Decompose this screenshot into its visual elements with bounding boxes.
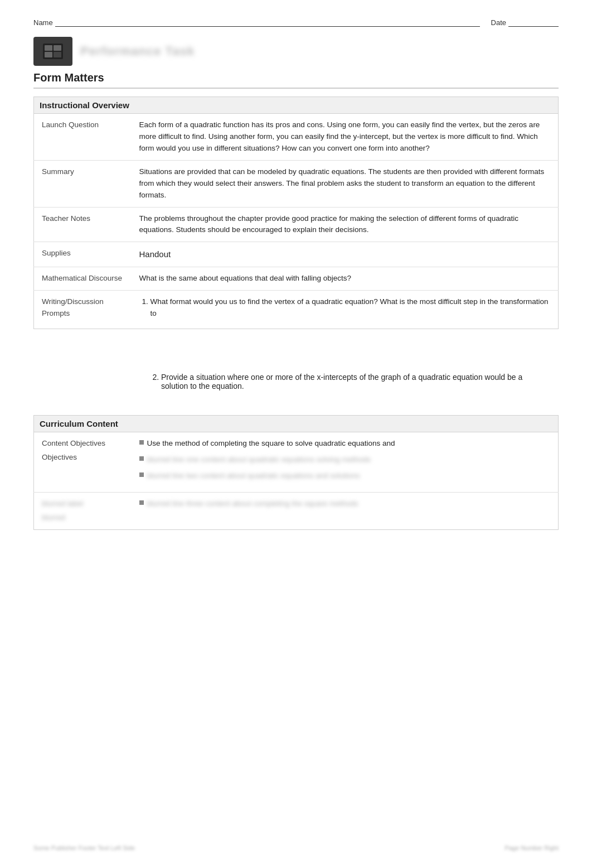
list-item: blurred line two content about quadratic…: [139, 470, 551, 482]
name-date-row: Name Date: [33, 17, 559, 27]
blurred-label-1: blurred label: [42, 498, 124, 510]
summary-content: Situations are provided that can be mode…: [132, 160, 559, 207]
mathematical-discourse-label: Mathematical Discourse: [34, 267, 132, 291]
page-title: Form Matters: [33, 71, 559, 89]
page: Name Date Performance Task Form Matters …: [0, 0, 592, 868]
footer-left: Some Publisher Footer Text Left Side: [33, 845, 135, 851]
instructional-overview-header: Instructional Overview: [33, 97, 559, 113]
instructional-overview-table: Launch Question Each form of a quadratic…: [33, 113, 559, 329]
table-row: Summary Situations are provided that can…: [34, 160, 559, 207]
blurred-label-2: blurred: [42, 512, 124, 524]
table-row: blurred label blurred blurred line three…: [34, 492, 559, 529]
supplies-label: Supplies: [34, 242, 132, 267]
launch-question-content: Each form of a quadratic function has it…: [132, 114, 559, 161]
svg-rect-3: [54, 52, 61, 57]
curriculum-content-header: Curriculum Content: [33, 415, 559, 432]
writing-prompts-content: What format would you us to find the ver…: [132, 291, 559, 329]
supplies-content: Handout: [132, 242, 559, 267]
teacher-notes-label: Teacher Notes: [34, 207, 132, 242]
writing-prompts-list: What format would you us to find the ver…: [139, 296, 551, 320]
objectives-list: Use the method of completing the square …: [139, 438, 551, 482]
mathematical-discourse-content: What is the same about equations that de…: [132, 267, 559, 291]
date-label: Date: [491, 18, 506, 27]
svg-rect-2: [45, 52, 52, 57]
launch-question-label: Launch Question: [34, 114, 132, 161]
logo-icon: [43, 44, 63, 59]
title-blurred: Performance Task: [80, 44, 195, 59]
table-row: Teacher Notes The problems throughout th…: [34, 207, 559, 242]
writing-prompt-2-continued: Provide a situation where one or more of…: [131, 339, 559, 405]
footer-right: Page Number Right: [504, 845, 559, 851]
list-item: blurred line one content about quadratic…: [139, 454, 551, 466]
teacher-notes-content: The problems throughout the chapter prov…: [132, 207, 559, 242]
svg-rect-1: [54, 45, 61, 51]
content-objectives-label: Content Objectives Objectives: [34, 432, 132, 493]
curriculum-content-section: Curriculum Content Content Objectives Ob…: [33, 415, 559, 530]
curriculum-content-table: Content Objectives Objectives Use the me…: [33, 432, 559, 530]
blurred-objective-1: blurred line one content about quadratic…: [147, 454, 371, 466]
blurred-objectives-list: blurred line three content about complet…: [139, 498, 551, 510]
table-row: Supplies Handout: [34, 242, 559, 267]
summary-label: Summary: [34, 160, 132, 207]
writing-prompts-label: Writing/Discussion Prompts: [34, 291, 132, 329]
footer: Some Publisher Footer Text Left Side Pag…: [33, 845, 559, 851]
list-item: Use the method of completing the square …: [139, 438, 551, 450]
blurred-objective-3: blurred line three content about complet…: [147, 498, 358, 510]
svg-rect-0: [45, 45, 52, 51]
table-row: Mathematical Discourse What is the same …: [34, 267, 559, 291]
name-line: [55, 17, 480, 27]
bullet-icon: [139, 500, 144, 505]
content-objectives-content: Use the method of completing the square …: [132, 432, 559, 493]
header-area: Performance Task: [33, 37, 559, 66]
logo-block: [33, 37, 72, 66]
list-item: What format would you us to find the ver…: [151, 296, 551, 320]
date-line: [508, 17, 559, 27]
list-item: Provide a situation where one or more of…: [161, 373, 551, 390]
table-row: Launch Question Each form of a quadratic…: [34, 114, 559, 161]
name-label: Name: [33, 18, 53, 27]
bullet-icon: [139, 440, 144, 445]
bullet-icon: [139, 472, 144, 477]
writing-prompts-list-continued: Provide a situation where one or more of…: [150, 373, 551, 390]
blurred-label-col: blurred label blurred: [34, 492, 132, 529]
instructional-overview-section: Instructional Overview Launch Question E…: [33, 97, 559, 329]
blurred-content-col: blurred line three content about complet…: [132, 492, 559, 529]
list-item: blurred line three content about complet…: [139, 498, 551, 510]
bullet-icon: [139, 456, 144, 461]
table-row: Writing/Discussion Prompts What format w…: [34, 291, 559, 329]
table-row: Content Objectives Objectives Use the me…: [34, 432, 559, 493]
blurred-objective-2: blurred line two content about quadratic…: [147, 470, 360, 482]
